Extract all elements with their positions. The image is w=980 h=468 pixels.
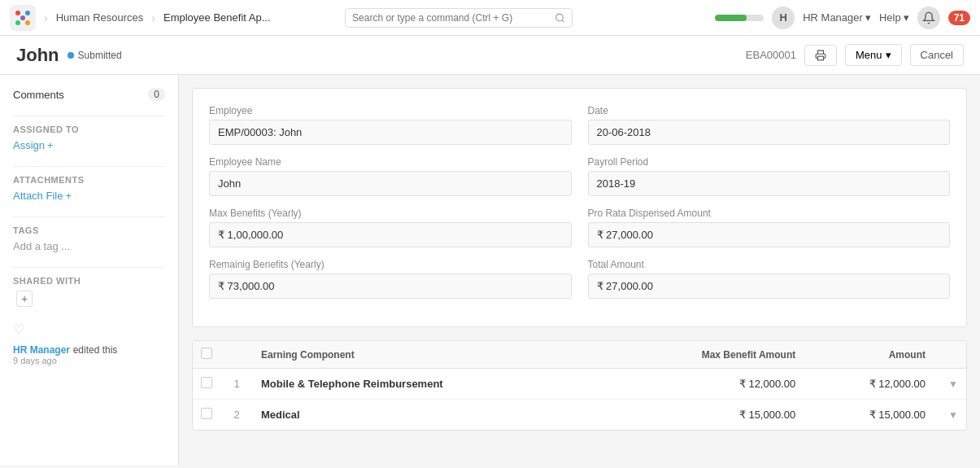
svg-point-6 bbox=[556, 14, 564, 21]
attach-plus-icon: + bbox=[65, 190, 72, 202]
shared-with-label: SHARED WITH bbox=[13, 276, 165, 286]
table-row: 1 Mobile & Telephone Reimbursement ₹ 12,… bbox=[193, 369, 966, 400]
user-menu-button[interactable]: HR Manager ▾ bbox=[803, 11, 871, 24]
breadcrumb-sep1: › bbox=[44, 11, 48, 24]
sidebar: Comments 0 ASSIGNED TO Assign + ATTACHME… bbox=[0, 75, 179, 465]
svg-point-2 bbox=[25, 11, 30, 15]
sidebar-shared: SHARED WITH + bbox=[13, 276, 165, 307]
attachments-label: ATTACHMENTS bbox=[13, 175, 165, 185]
help-button[interactable]: Help ▾ bbox=[879, 11, 909, 24]
total-value: ₹ 27,000.00 bbox=[588, 273, 951, 299]
menu-dropdown-icon: ▾ bbox=[886, 49, 891, 61]
help-label: Help bbox=[879, 11, 901, 24]
doc-title: John bbox=[16, 45, 59, 66]
row-dropdown-icon[interactable]: ▼ bbox=[948, 409, 958, 421]
total-label: Total Amount bbox=[588, 259, 951, 270]
form-row-1: Employee EMP/00003: John Date 20-06-2018 bbox=[209, 105, 950, 145]
max-benefits-value: ₹ 1,00,000.00 bbox=[209, 222, 572, 247]
activity-user[interactable]: HR Manager bbox=[13, 344, 70, 356]
assign-button[interactable]: Assign + bbox=[13, 139, 165, 151]
row-checkbox-cell bbox=[193, 369, 220, 400]
field-date: Date 20-06-2018 bbox=[588, 105, 951, 145]
row-number: 1 bbox=[220, 369, 253, 400]
date-label: Date bbox=[588, 105, 951, 116]
table-row: 2 Medical ₹ 15,000.00 ₹ 15,000.00 ▼ bbox=[193, 400, 966, 431]
sidebar-comments: Comments 0 bbox=[13, 88, 165, 101]
add-tag-label[interactable]: Add a tag ... bbox=[13, 240, 165, 252]
content: Employee EMP/00003: John Date 20-06-2018… bbox=[179, 75, 980, 465]
menu-button[interactable]: Menu ▾ bbox=[845, 44, 902, 66]
table-body: 1 Mobile & Telephone Reimbursement ₹ 12,… bbox=[193, 369, 966, 431]
search-input[interactable] bbox=[352, 12, 550, 24]
sidebar-assigned: ASSIGNED TO Assign + bbox=[13, 125, 165, 151]
breadcrumb-sep2: › bbox=[151, 11, 155, 24]
main-layout: Comments 0 ASSIGNED TO Assign + ATTACHME… bbox=[0, 75, 980, 465]
field-employee-name: Employee Name John bbox=[209, 156, 572, 196]
assigned-to-label: ASSIGNED TO bbox=[13, 125, 165, 134]
comments-label: Comments bbox=[13, 89, 64, 101]
activity-log: HR Manager edited this 9 days ago bbox=[13, 343, 165, 365]
field-pro-rata: Pro Rata Dispensed Amount ₹ 27,000.00 bbox=[588, 208, 951, 247]
date-value: 20-06-2018 bbox=[588, 120, 951, 145]
row-dropdown-cell: ▼ bbox=[934, 400, 966, 431]
row-checkbox[interactable] bbox=[201, 408, 212, 419]
doc-id: EBA00001 bbox=[746, 49, 796, 61]
search-icon bbox=[555, 12, 565, 24]
divider3 bbox=[13, 217, 165, 217]
assign-label: Assign bbox=[13, 139, 45, 151]
form-row-3: Max Benefits (Yearly) ₹ 1,00,000.00 Pro … bbox=[209, 208, 950, 247]
earning-table: Earning Component Max Benefit Amount Amo… bbox=[193, 341, 966, 430]
row-dropdown-icon[interactable]: ▼ bbox=[948, 378, 958, 390]
attach-file-button[interactable]: Attach File + bbox=[13, 190, 165, 202]
th-earning-component: Earning Component bbox=[253, 341, 607, 369]
cancel-button[interactable]: Cancel bbox=[910, 44, 964, 66]
menu-label: Menu bbox=[856, 49, 882, 61]
form-card: Employee EMP/00003: John Date 20-06-2018… bbox=[192, 88, 967, 327]
row-checkbox[interactable] bbox=[201, 377, 212, 388]
row-max-benefit: ₹ 12,000.00 bbox=[607, 369, 804, 400]
row-number: 2 bbox=[220, 400, 253, 431]
employee-label: Employee bbox=[209, 105, 572, 116]
like-button[interactable]: ♡ bbox=[13, 321, 165, 337]
status-badge: Submitted bbox=[68, 50, 122, 61]
progress-fill bbox=[715, 15, 747, 21]
user-dropdown-icon: ▾ bbox=[865, 11, 871, 24]
breadcrumb-page: Employee Benefit Ap... bbox=[163, 11, 271, 24]
tags-label: TAGS bbox=[13, 225, 165, 235]
max-benefits-label: Max Benefits (Yearly) bbox=[209, 208, 572, 219]
field-remaining: Remainig Benefits (Yearly) ₹ 73,000.00 bbox=[209, 259, 572, 299]
svg-point-3 bbox=[15, 20, 20, 25]
assign-plus-icon: + bbox=[47, 139, 54, 151]
table-header-row: Earning Component Max Benefit Amount Amo… bbox=[193, 341, 966, 369]
row-dropdown-cell: ▼ bbox=[934, 369, 966, 400]
print-button[interactable] bbox=[804, 45, 837, 66]
topnav: › Human Resources › Employee Benefit Ap.… bbox=[0, 0, 980, 36]
table-card: Earning Component Max Benefit Amount Amo… bbox=[192, 340, 967, 431]
progress-bar bbox=[715, 15, 764, 21]
status-dot bbox=[68, 52, 74, 59]
row-checkbox-cell bbox=[193, 400, 220, 431]
shared-add-button[interactable]: + bbox=[16, 291, 33, 307]
doc-header: John Submitted EBA00001 Menu ▾ Cancel bbox=[0, 36, 980, 75]
app-logo[interactable] bbox=[10, 5, 36, 31]
search-box[interactable] bbox=[345, 8, 573, 28]
employee-value: EMP/00003: John bbox=[209, 120, 572, 145]
payroll-period-label: Payroll Period bbox=[588, 156, 951, 168]
divider4 bbox=[13, 267, 165, 268]
row-amount: ₹ 15,000.00 bbox=[804, 400, 934, 431]
th-checkbox bbox=[193, 341, 220, 369]
svg-rect-7 bbox=[818, 56, 824, 60]
notification-badge: 71 bbox=[948, 11, 970, 25]
breadcrumb-hr[interactable]: Human Resources bbox=[56, 11, 144, 24]
field-employee: Employee EMP/00003: John bbox=[209, 105, 572, 145]
row-earning-component: Medical bbox=[253, 400, 607, 431]
form-row-4: Remainig Benefits (Yearly) ₹ 73,000.00 T… bbox=[209, 259, 950, 299]
th-max-benefit: Max Benefit Amount bbox=[607, 341, 804, 369]
employee-name-value: John bbox=[209, 171, 572, 196]
divider1 bbox=[13, 116, 165, 116]
th-action bbox=[934, 341, 966, 369]
field-max-benefits: Max Benefits (Yearly) ₹ 1,00,000.00 bbox=[209, 208, 572, 247]
notifications-icon[interactable] bbox=[917, 7, 940, 29]
printer-icon bbox=[815, 50, 826, 61]
header-checkbox[interactable] bbox=[201, 348, 212, 359]
